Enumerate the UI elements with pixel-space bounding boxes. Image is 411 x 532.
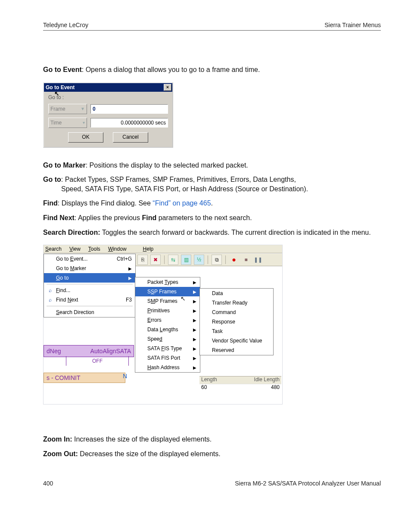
ssp-data[interactable]: Data: [200, 289, 273, 298]
sub-packet-types[interactable]: Packet Types▶: [135, 277, 200, 287]
sub-sata-fis-type[interactable]: SATA FIS Type▶: [135, 344, 200, 353]
toolbar: ⎘ ✖ ⇆ ▥ ½ ⧉ ● ■ ❚❚: [135, 254, 282, 266]
length-header: LengthIdle Length: [199, 376, 281, 384]
para-go-to-event: Go to Event: Opens a dialog that allows …: [43, 65, 381, 75]
search-menu-screenshot: Search View Tools Window Help ⎘ ✖ ⇆ ▥ ½ …: [43, 245, 283, 404]
frame-combo[interactable]: Frame▼: [48, 104, 87, 114]
time-field[interactable]: 0.0000000000 secs: [90, 118, 168, 128]
mi-find[interactable]: ⌕ Find...: [44, 286, 135, 295]
off-strip: OFF: [66, 356, 129, 366]
mi-go-to-marker[interactable]: Go to Marker▶: [44, 264, 135, 273]
para-go-to: Go to: Packet Types, SSP Frames, SMP Fra…: [43, 175, 381, 193]
dneg-strip: dNegAutoAlignSATA: [44, 345, 134, 357]
cancel-button[interactable]: Cancel: [113, 132, 148, 143]
para-search-direction: Search Direction: Toggles the search for…: [43, 228, 381, 237]
sub-errors[interactable]: Errors▶: [135, 315, 200, 325]
goto-label: Go to :: [48, 94, 168, 100]
chevron-down-icon: ▾: [83, 120, 85, 125]
menu-window[interactable]: Window: [108, 246, 127, 252]
tool-icon-2[interactable]: ✖: [150, 255, 161, 265]
tool-icon-3[interactable]: ⇆: [168, 255, 178, 265]
search-dropdown: Go to Event...Ctrl+G Go to Marker▶ Go to…: [44, 254, 136, 317]
time-combo[interactable]: Time▾: [48, 118, 87, 128]
mi-go-to-event[interactable]: Go to Event...Ctrl+G: [44, 254, 135, 264]
sub-speed[interactable]: Speed▶: [135, 334, 200, 344]
menu-separator: [47, 306, 133, 306]
binoculars-icon: ⌕: [47, 287, 53, 294]
footer-title: Sierra M6-2 SAS/SATA Protocol Analyzer U…: [235, 480, 381, 487]
mi-search-direction[interactable]: Search Direction: [44, 308, 135, 317]
find-xref-link[interactable]: “Find” on page 465: [153, 199, 211, 207]
cursor-icon: ↖: [181, 295, 186, 302]
cominit-n: N: [123, 373, 127, 380]
para-find: Find: Displays the Find dialog. See “Fin…: [43, 199, 381, 208]
goto-submenu: Packet Types▶ SSP Frames▶ SMP Frames▶ Pr…: [135, 277, 200, 373]
dialog-title: Go to Event: [46, 84, 75, 90]
menu-separator: [47, 284, 133, 284]
ssp-transfer-ready[interactable]: Transfer Ready: [200, 298, 273, 308]
menu-search[interactable]: Search: [45, 246, 62, 252]
record-icon[interactable]: ●: [229, 255, 239, 264]
tool-icon-1[interactable]: ⎘: [137, 255, 148, 265]
mi-find-next[interactable]: ⌕ Find NextF3: [44, 295, 135, 305]
header-left: Teledyne LeCroy: [43, 22, 88, 28]
sub-sata-fis-port[interactable]: SATA FIS Port▶: [135, 353, 200, 363]
menu-help[interactable]: Help: [143, 246, 154, 252]
sub-data-lengths[interactable]: Data Lengths▶: [135, 325, 200, 334]
para-find-next: Find Next: Applies the previous Find par…: [43, 213, 381, 223]
tool-icon-5[interactable]: ½: [194, 255, 204, 265]
stop-icon[interactable]: ■: [241, 255, 251, 264]
ssp-command[interactable]: Command: [200, 308, 273, 317]
ssp-vendor-specific[interactable]: Vendor Specific Value: [200, 336, 273, 345]
ssp-task[interactable]: Task: [200, 327, 273, 336]
ssp-reserved[interactable]: Reserved: [200, 345, 273, 355]
frame-field[interactable]: 0: [90, 104, 168, 114]
tool-icon-6[interactable]: ⧉: [212, 255, 222, 265]
para-go-to-marker: Go to Marker: Positions the display to t…: [43, 161, 381, 170]
close-icon[interactable]: ×: [164, 84, 171, 91]
para-zoom-in: Zoom In: Increases the size of the displ…: [43, 435, 381, 444]
sub-primitives[interactable]: Primitives▶: [135, 306, 200, 315]
mi-go-to[interactable]: Go to▶: [44, 273, 135, 283]
menu-tools[interactable]: Tools: [88, 246, 100, 252]
ssp-response[interactable]: Response: [200, 317, 273, 327]
cominit-strip: s - COMINIT: [44, 373, 125, 383]
sub-smp-frames[interactable]: SMP Frames▶: [135, 296, 200, 306]
ok-button[interactable]: OK: [68, 132, 103, 143]
menubar: Search View Tools Window Help: [44, 245, 282, 253]
dialog-titlebar[interactable]: Go to Event × ↖: [44, 83, 172, 92]
pause-icon[interactable]: ❚❚: [253, 255, 263, 264]
ssp-submenu: Data Transfer Ready Command Response Tas…: [199, 288, 274, 355]
menu-view[interactable]: View: [69, 246, 81, 252]
page-number: 400: [43, 480, 53, 487]
go-to-event-dialog: Go to Event × ↖ Go to : Frame▼ 0 Time▾ 0…: [43, 82, 173, 148]
length-values: 60480: [199, 384, 281, 393]
chevron-down-icon: ▼: [81, 106, 85, 111]
para-zoom-out: Zoom Out: Decreases the size of the disp…: [43, 449, 381, 459]
header-right: Sierra Trainer Menus: [324, 22, 381, 28]
sub-hash-address[interactable]: Hash Address▶: [135, 363, 200, 372]
tool-icon-4[interactable]: ▥: [181, 255, 191, 265]
binoculars-next-icon: ⌕: [47, 296, 53, 303]
sub-ssp-frames[interactable]: SSP Frames▶: [135, 287, 200, 296]
